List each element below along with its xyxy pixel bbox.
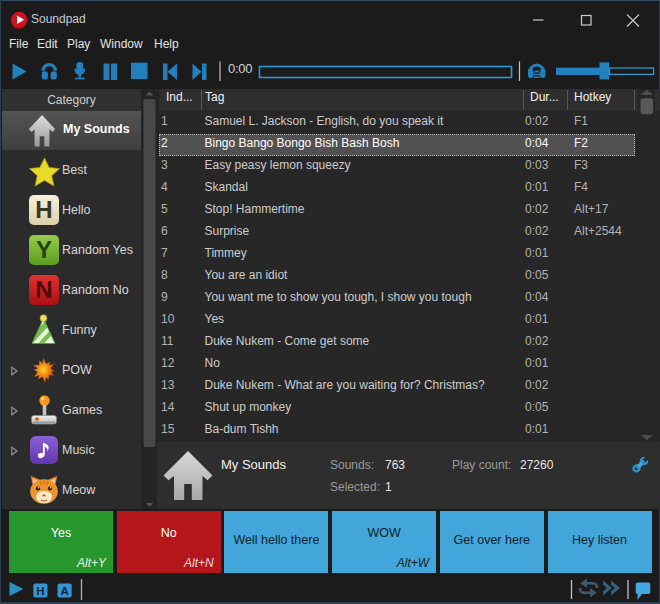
svg-text:A: A [60,585,68,597]
svg-text:H: H [36,585,44,597]
